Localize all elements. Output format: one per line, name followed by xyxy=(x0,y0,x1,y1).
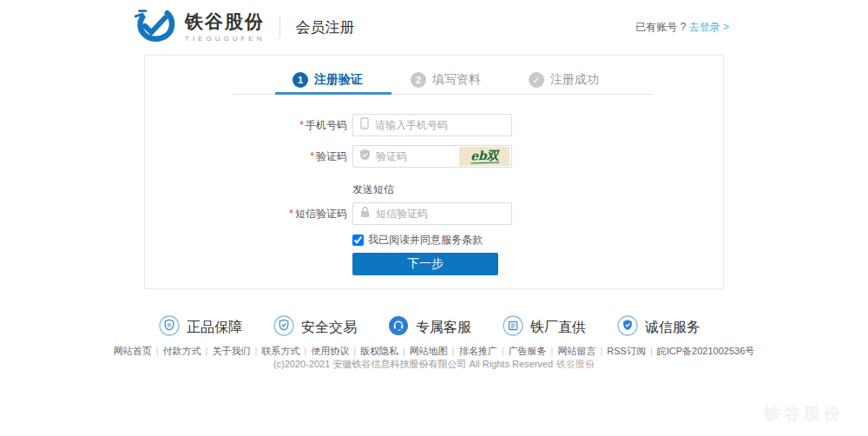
step-fill-info: 2 填写资料 xyxy=(411,72,481,88)
logo-text: 铁谷股份 TIEGUGUFEN xyxy=(185,11,265,43)
feature-label: 诚信服务 xyxy=(645,319,700,337)
header-divider xyxy=(279,16,280,38)
sms-code-label: *短信验证码 xyxy=(145,207,352,221)
register-form: *手机号码 *验证码 eb双 发送短信 xyxy=(145,114,723,275)
required-mark: * xyxy=(289,208,293,220)
register-card: 1 注册验证 2 填写资料 ✓ 注册成功 *手机号码 *验证码 xyxy=(144,55,724,289)
feature-label: 专属客服 xyxy=(416,319,471,337)
feature-label: 铁厂直供 xyxy=(530,319,586,337)
footer-links: 网站首页付款方式关于我们联系方式使用协议版权隐私网站地图排名推广广告服务网站留言… xyxy=(0,345,868,358)
phone-input-box xyxy=(352,114,512,136)
footer-link[interactable]: 版权隐私 xyxy=(360,346,410,356)
brand-watermark: 铁谷股份 xyxy=(764,403,844,426)
footer-link[interactable]: RSS订阅 xyxy=(607,346,656,356)
header: 铁谷股份 TIEGUGUFEN 会员注册 已有账号 ? 去登录 > xyxy=(0,0,868,54)
shield-badge-icon xyxy=(159,315,180,340)
login-hint: 已有账号 ? xyxy=(635,21,688,33)
footer-link[interactable]: 联系方式 xyxy=(261,346,311,356)
footer-link[interactable]: 广告服务 xyxy=(509,346,558,356)
captcha-input[interactable] xyxy=(376,150,430,162)
footer-link[interactable]: 使用协议 xyxy=(311,346,360,356)
phone-input[interactable] xyxy=(375,119,470,131)
header-login-area: 已有账号 ? 去登录 > xyxy=(635,20,729,35)
step-3-label: 注册成功 xyxy=(550,72,599,88)
logo-name: 铁谷股份 xyxy=(185,11,265,32)
footer-link[interactable]: 付款方式 xyxy=(163,346,213,356)
feature-label: 安全交易 xyxy=(301,319,357,337)
footer-link[interactable]: 网站首页 xyxy=(114,346,163,356)
footer-icp-link[interactable]: 皖ICP备2021002536号 xyxy=(657,346,755,356)
feature-safe-trade: 安全交易 xyxy=(273,315,357,340)
send-sms-link[interactable]: 发送短信 xyxy=(352,183,394,195)
footer-link[interactable]: 排名推广 xyxy=(459,346,509,356)
shield-solid-icon xyxy=(617,315,638,340)
steps-bar: 1 注册验证 2 填写资料 ✓ 注册成功 xyxy=(293,72,599,88)
captcha-image-text: eb双 xyxy=(470,149,498,163)
feature-support: 专属客服 xyxy=(388,315,471,340)
sms-code-input[interactable] xyxy=(376,208,471,220)
agree-row: 我已阅读并同意服务条款 xyxy=(352,234,723,246)
required-mark: * xyxy=(299,119,304,131)
agree-label: 我已阅读并同意服务条款 xyxy=(368,233,483,248)
step-3-check-icon: ✓ xyxy=(529,72,544,88)
phone-label: *手机号码 xyxy=(145,118,352,133)
phone-label-text: 手机号码 xyxy=(306,119,347,131)
agree-checkbox[interactable] xyxy=(352,235,364,246)
headset-icon xyxy=(388,315,409,340)
step-1-circle: 1 xyxy=(293,72,308,88)
factory-doc-icon xyxy=(503,315,523,340)
sms-code-label-text: 短信验证码 xyxy=(295,208,347,220)
logo-swoosh-icon xyxy=(132,6,177,48)
copyright-brand: 铁谷股份 xyxy=(556,359,595,369)
captcha-label-text: 验证码 xyxy=(316,150,347,162)
page-title: 会员注册 xyxy=(295,17,354,37)
next-step-button[interactable]: 下一步 xyxy=(352,253,498,275)
footer-link[interactable]: 网站留言 xyxy=(557,346,607,356)
features-bar: 正品保障 安全交易 专属客服 铁厂直供 诚信服务 xyxy=(159,315,700,340)
step-1-label: 注册验证 xyxy=(314,72,363,88)
feature-integrity: 诚信服务 xyxy=(617,315,700,340)
step-2-circle: 2 xyxy=(411,72,426,88)
required-mark: * xyxy=(310,150,314,162)
feature-genuine: 正品保障 xyxy=(159,315,242,340)
copyright-text: (c)2020-2021 安徽铁谷信息科技股份有限公司 All Rights R… xyxy=(273,359,553,369)
logo: 铁谷股份 TIEGUGUFEN xyxy=(132,6,265,48)
shield-check-gray-icon xyxy=(359,149,371,164)
captcha-label: *验证码 xyxy=(145,149,352,164)
feature-label: 正品保障 xyxy=(187,319,242,337)
step-success: ✓ 注册成功 xyxy=(529,72,599,88)
sms-code-input-box xyxy=(352,202,512,225)
footer-link[interactable]: 网站地图 xyxy=(410,346,459,356)
feature-direct-supply: 铁厂直供 xyxy=(503,315,586,340)
step-register-verify: 1 注册验证 xyxy=(293,72,363,88)
logo-subtitle: TIEGUGUFEN xyxy=(185,35,265,43)
step-2-label: 填写资料 xyxy=(432,72,481,88)
steps-active-underline xyxy=(275,92,391,95)
captcha-row: *验证码 eb双 xyxy=(145,145,723,168)
sms-code-row: *短信验证码 xyxy=(145,202,723,225)
footer-link[interactable]: 关于我们 xyxy=(212,346,261,356)
shield-check-icon xyxy=(273,315,294,340)
lock-icon xyxy=(359,206,371,221)
go-login-link[interactable]: 去登录 > xyxy=(689,21,729,33)
copyright-line: (c)2020-2021 安徽铁谷信息科技股份有限公司 All Rights R… xyxy=(0,358,868,371)
phone-icon xyxy=(359,117,370,133)
captcha-image[interactable]: eb双 xyxy=(459,147,510,166)
phone-row: *手机号码 xyxy=(145,114,723,136)
captcha-input-box: eb双 xyxy=(352,145,512,168)
